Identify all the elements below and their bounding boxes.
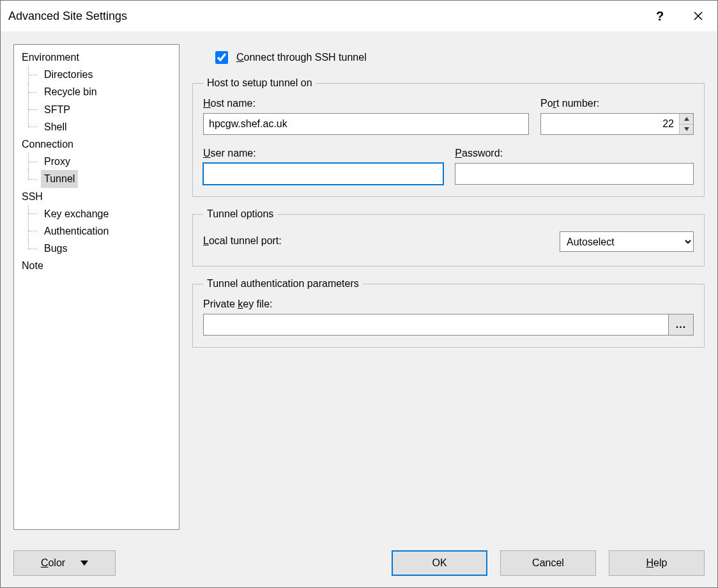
close-icon[interactable] (679, 1, 717, 31)
port-spinner[interactable] (540, 113, 694, 135)
ok-button[interactable]: OK (392, 550, 487, 576)
tree-authentication[interactable]: Authentication (28, 222, 179, 240)
password-label: Password: (455, 148, 694, 159)
connect-ssh-tunnel-label: Connect through SSH tunnel (236, 52, 367, 63)
username-label: User name: (203, 148, 443, 159)
settings-panel: Connect through SSH tunnel Host to setup… (192, 44, 705, 359)
hostname-input[interactable] (203, 113, 529, 135)
tree-environment[interactable]: Environment Directories Recycle bin SFTP… (19, 49, 179, 135)
tree-shell[interactable]: Shell (28, 118, 179, 135)
titlebar: Advanced Site Settings ? (1, 1, 717, 31)
private-key-file-input[interactable] (203, 314, 668, 336)
window-title: Advanced Site Settings (8, 10, 641, 23)
dialog-window: Advanced Site Settings ? Environment Dir… (0, 0, 718, 588)
cancel-button[interactable]: Cancel (500, 550, 596, 576)
tree-recycle-bin[interactable]: Recycle bin (28, 83, 179, 100)
tree-key-exchange[interactable]: Key exchange (28, 205, 179, 222)
local-tunnel-port-label: Local tunnel port: (203, 235, 282, 247)
tree-ssh[interactable]: SSH Key exchange Authentication Bugs (19, 188, 179, 258)
chevron-down-icon (80, 561, 88, 566)
browse-key-file-button[interactable]: ... (668, 314, 694, 336)
tree-directories[interactable]: Directories (28, 66, 179, 83)
client-area: Environment Directories Recycle bin SFTP… (1, 31, 717, 587)
help-icon[interactable]: ? (641, 1, 679, 31)
private-key-file-label: Private key file: (203, 298, 694, 310)
tunnel-auth-group: Tunnel authentication parameters Private… (192, 278, 705, 348)
help-button[interactable]: Help (609, 550, 705, 576)
host-group: Host to setup tunnel on Host name: Port … (192, 77, 705, 197)
host-group-legend: Host to setup tunnel on (203, 77, 316, 89)
password-input[interactable] (455, 163, 694, 185)
tree-tunnel[interactable]: Tunnel (28, 170, 179, 187)
color-button[interactable]: Color (13, 550, 116, 576)
port-down-icon[interactable] (680, 125, 693, 135)
tree-note[interactable]: Note (19, 257, 179, 274)
tree-sftp[interactable]: SFTP (28, 101, 179, 118)
tunnel-options-group: Tunnel options Local tunnel port: Autose… (192, 208, 705, 267)
connect-ssh-tunnel-checkbox[interactable] (215, 51, 228, 64)
local-tunnel-port-select[interactable]: Autoselect (560, 231, 694, 252)
tunnel-auth-legend: Tunnel authentication parameters (203, 278, 363, 290)
hostname-label: Host name: (203, 98, 529, 109)
port-up-icon[interactable] (680, 114, 693, 125)
bottom-bar: Color OK Cancel Help (13, 550, 705, 576)
tree-proxy[interactable]: Proxy (28, 153, 179, 170)
tunnel-options-legend: Tunnel options (203, 208, 277, 220)
username-input[interactable] (203, 163, 443, 185)
nav-tree[interactable]: Environment Directories Recycle bin SFTP… (13, 44, 180, 530)
port-input[interactable] (541, 114, 679, 134)
tree-bugs[interactable]: Bugs (28, 240, 179, 257)
tree-connection[interactable]: Connection Proxy Tunnel (19, 135, 179, 188)
port-label: Port number: (540, 98, 694, 109)
